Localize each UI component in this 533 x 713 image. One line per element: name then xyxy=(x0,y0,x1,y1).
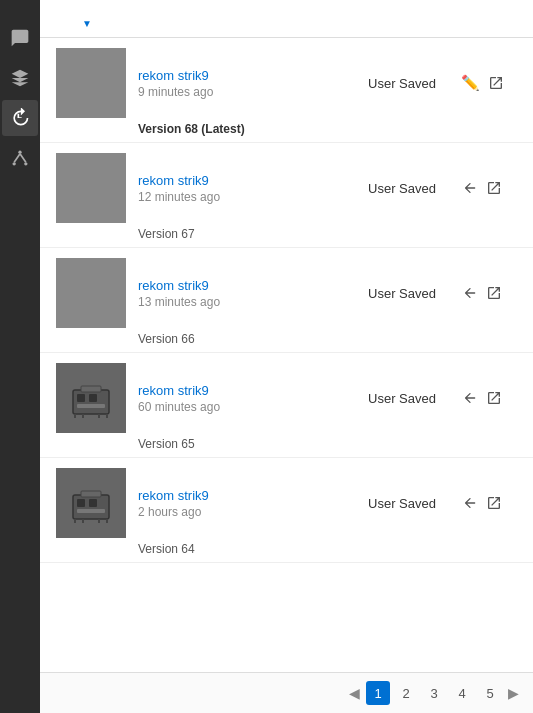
version-row: rekom strik9 12 minutes ago User Saved xyxy=(56,153,517,223)
page-button-5[interactable]: 5 xyxy=(478,681,502,705)
svg-point-1 xyxy=(13,162,16,165)
version-notes: User Saved xyxy=(357,181,447,196)
version-caption: Version 65 xyxy=(56,437,517,451)
version-info: rekom strik9 60 minutes ago xyxy=(126,383,357,414)
version-thumbnail xyxy=(56,258,126,328)
export-icon[interactable] xyxy=(486,180,502,196)
version-time: 13 minutes ago xyxy=(138,295,357,309)
version-notes: User Saved xyxy=(357,286,447,301)
sidebar-item-chat[interactable] xyxy=(2,20,38,56)
version-time: 9 minutes ago xyxy=(138,85,357,99)
svg-rect-17 xyxy=(77,509,105,513)
version-item-67: rekom strik9 12 minutes ago User Saved V… xyxy=(40,143,533,248)
toolbar: ▼ xyxy=(56,18,517,37)
version-actions xyxy=(447,285,517,301)
sidebar-item-layers[interactable] xyxy=(2,60,38,96)
chevron-down-icon: ▼ xyxy=(82,18,92,29)
version-row: rekom strik9 13 minutes ago User Saved xyxy=(56,258,517,328)
version-caption: Version 67 xyxy=(56,227,517,241)
version-info: rekom strik9 13 minutes ago xyxy=(126,278,357,309)
export-icon[interactable] xyxy=(488,75,504,91)
svg-rect-7 xyxy=(89,394,97,402)
version-thumbnail xyxy=(56,48,126,118)
version-thumbnail xyxy=(56,468,126,538)
version-item-65: rekom strik9 60 minutes ago User Saved V… xyxy=(40,353,533,458)
version-user[interactable]: rekom strik9 xyxy=(138,278,357,293)
pagination: ◀ 12345▶ xyxy=(40,672,533,713)
page-button-2[interactable]: 2 xyxy=(394,681,418,705)
restore-icon[interactable] xyxy=(462,495,478,511)
version-user[interactable]: rekom strik9 xyxy=(138,68,357,83)
version-thumbnail xyxy=(56,153,126,223)
version-actions xyxy=(447,495,517,511)
version-list: rekom strik9 9 minutes ago User Saved ✏️… xyxy=(40,38,533,672)
version-actions: ✏️ xyxy=(447,74,517,92)
version-actions xyxy=(447,390,517,406)
svg-point-0 xyxy=(18,151,21,154)
version-caption: Version 64 xyxy=(56,542,517,556)
export-icon[interactable] xyxy=(486,495,502,511)
version-user[interactable]: rekom strik9 xyxy=(138,173,357,188)
page-button-1[interactable]: 1 xyxy=(366,681,390,705)
sidebar-item-history[interactable] xyxy=(2,100,38,136)
restore-icon[interactable] xyxy=(462,180,478,196)
svg-rect-6 xyxy=(77,394,85,402)
version-notes: User Saved xyxy=(357,496,447,511)
version-row: rekom strik9 60 minutes ago User Saved xyxy=(56,363,517,433)
version-notes: User Saved xyxy=(357,76,447,91)
page-button-3[interactable]: 3 xyxy=(422,681,446,705)
restore-icon[interactable] xyxy=(462,390,478,406)
version-time: 2 hours ago xyxy=(138,505,357,519)
main-content: ▼ rekom strik9 9 minutes ago User Saved … xyxy=(40,0,533,713)
svg-point-2 xyxy=(24,162,27,165)
svg-rect-16 xyxy=(89,499,97,507)
version-user[interactable]: rekom strik9 xyxy=(138,488,357,503)
export-icon[interactable] xyxy=(486,390,502,406)
version-row: rekom strik9 2 hours ago User Saved xyxy=(56,468,517,538)
version-info: rekom strik9 2 hours ago xyxy=(126,488,357,519)
version-notes: User Saved xyxy=(357,391,447,406)
svg-line-3 xyxy=(14,154,20,162)
version-actions xyxy=(447,180,517,196)
svg-rect-9 xyxy=(81,386,101,392)
svg-line-4 xyxy=(20,154,26,162)
restore-icon[interactable] xyxy=(462,285,478,301)
edit-icon[interactable]: ✏️ xyxy=(461,74,480,92)
sidebar-item-network[interactable] xyxy=(2,140,38,176)
version-caption: Version 68 (Latest) xyxy=(56,122,517,136)
export-icon[interactable] xyxy=(486,285,502,301)
version-time: 12 minutes ago xyxy=(138,190,357,204)
version-thumbnail xyxy=(56,363,126,433)
version-row: rekom strik9 9 minutes ago User Saved ✏️ xyxy=(56,48,517,118)
version-item-64: rekom strik9 2 hours ago User Saved Vers… xyxy=(40,458,533,563)
next-page-button[interactable]: ▶ xyxy=(506,685,521,701)
page-button-4[interactable]: 4 xyxy=(450,681,474,705)
svg-rect-8 xyxy=(77,404,105,408)
by-filter: ▼ xyxy=(72,18,100,29)
version-user[interactable]: rekom strik9 xyxy=(138,383,357,398)
version-time: 60 minutes ago xyxy=(138,400,357,414)
prev-page-button[interactable]: ◀ xyxy=(347,685,362,701)
sidebar xyxy=(0,0,40,713)
version-info: rekom strik9 12 minutes ago xyxy=(126,173,357,204)
version-item-66: rekom strik9 13 minutes ago User Saved V… xyxy=(40,248,533,353)
filter-dropdown[interactable]: ▼ xyxy=(76,18,96,29)
header: ▼ xyxy=(40,0,533,38)
version-info: rekom strik9 9 minutes ago xyxy=(126,68,357,99)
svg-rect-18 xyxy=(81,491,101,497)
version-caption: Version 66 xyxy=(56,332,517,346)
svg-rect-15 xyxy=(77,499,85,507)
version-item-68: rekom strik9 9 minutes ago User Saved ✏️… xyxy=(40,38,533,143)
